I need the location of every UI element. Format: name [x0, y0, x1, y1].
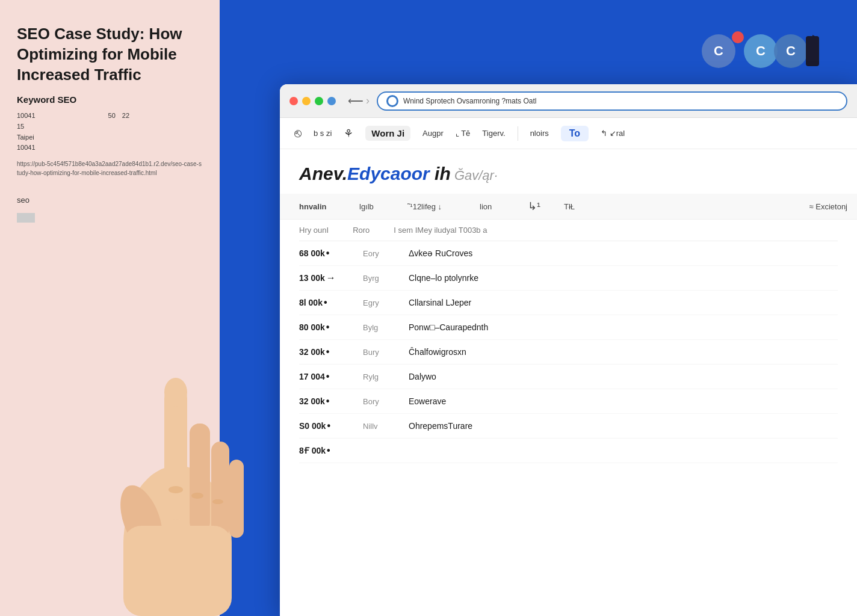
page-main-title: Anev.Edycaoor ih Ğav/ąr· — [299, 164, 838, 184]
subheader-col1: Hry ounΙ — [299, 226, 329, 235]
tag-label: seo — [17, 196, 203, 205]
svg-rect-18 — [806, 36, 819, 66]
right-panel: C C C — [220, 0, 857, 616]
svg-point-2 — [164, 378, 187, 407]
svg-rect-7 — [123, 526, 232, 616]
row-num: 17 004• — [299, 371, 353, 382]
toolbar-separator — [518, 126, 518, 141]
toolbar-item-aral[interactable]: ↰ ↙ral — [601, 129, 625, 138]
row-name: Bury — [363, 348, 399, 357]
svg-rect-3 — [190, 424, 210, 532]
browser-toolbar: ⎋ b s zi ⚘ Worn Ji Augpr ⌞ Tē Tigerv. nl… — [280, 118, 857, 149]
table-row: 13 00k→ Byrg Clqne–lo ptolynrke — [299, 266, 838, 291]
meta-line-1: 10041 50 22 — [17, 112, 143, 119]
meta-line-4: 10041 — [17, 144, 36, 151]
row-num: 8l 00k• — [299, 297, 353, 308]
title-part3: ih — [430, 164, 451, 183]
row-desc: Dalywo — [409, 372, 838, 381]
to-badge[interactable]: To — [561, 126, 589, 141]
table-header-row: hnvalin lgılb ˜¹12lifeg ↓ lion ↳¹ TłŁ ≈ … — [280, 194, 857, 220]
meta-line-2: 15 — [17, 123, 24, 130]
close-button[interactable] — [289, 97, 298, 105]
svg-text:C: C — [786, 43, 796, 58]
toolbar-item-bszi[interactable]: b s zi — [314, 129, 332, 138]
meta-text-1: 10041 50 22 15 Taipei 10041 — [17, 111, 203, 153]
svg-point-8 — [169, 486, 183, 493]
data-table: 68 00k• Eory Δvkeə RuCroves 13 00k→ Byrg… — [280, 241, 857, 463]
hand-illustration — [99, 315, 256, 616]
browser-window: ⟵ › Wnind Sprotech Ovsamroning ?mats Oat… — [280, 84, 857, 616]
keyword-label: Keyword SEO — [17, 94, 203, 105]
address-circle-icon — [386, 95, 398, 107]
toolbar-item-te[interactable]: ⌞ Tē — [456, 129, 471, 138]
row-desc: Δvkeə RuCroves — [409, 248, 838, 258]
table-header-col2: lgılb — [359, 202, 395, 211]
row-desc: Ĉhalfowigrosxn — [409, 347, 838, 357]
row-name: Bylg — [363, 323, 399, 332]
row-num: 32 00k• — [299, 346, 353, 357]
browser-chrome: ⟵ › Wnind Sprotech Ovsamroning ?mats Oat… — [280, 84, 857, 118]
subheader-col2: Roro — [353, 226, 370, 235]
browser-content: Anev.Edycaoor ih Ğav/ąr· hnvalin lgılb ˜… — [280, 149, 857, 478]
row-name: Rylg — [363, 372, 399, 381]
title-part4: Ğav/ąr· — [451, 168, 498, 183]
row-num: 8Ғ 00k• — [299, 445, 353, 456]
row-name: Egry — [363, 298, 399, 307]
row-name: Bory — [363, 397, 399, 406]
svg-point-10 — [212, 499, 223, 504]
toolbar-item-augpr[interactable]: Augpr — [422, 129, 444, 138]
row-desc: OhrepemsTurare — [409, 421, 838, 431]
row-num: 68 00k• — [299, 248, 353, 259]
svg-point-13 — [732, 31, 744, 43]
table-subheader: Hry ounΙ Roro I sem IMey iludyal T003b a — [299, 220, 838, 241]
svg-point-9 — [191, 493, 203, 499]
row-name: Nillv — [363, 422, 399, 431]
minimize-button[interactable] — [302, 97, 311, 105]
svg-text:C: C — [756, 43, 766, 58]
top-bar: C C C — [220, 0, 857, 96]
svg-rect-1 — [164, 387, 187, 520]
table-row: 8Ғ 00k• — [299, 439, 838, 463]
row-name: Eory — [363, 249, 399, 258]
subheader-col3: I sem IMey iludyal T003b a — [394, 226, 487, 235]
browser-logos: C C C — [701, 24, 821, 72]
table-row: 8l 00k• Egry Cllarsinal LJeper — [299, 291, 838, 315]
row-desc: Ponw□–Caurapednth — [409, 322, 838, 332]
table-row: 32 00k• Bory Eowerave — [299, 389, 838, 414]
toolbar-item-nloirs[interactable]: nloirs — [530, 129, 549, 138]
toolbar-item-tigern[interactable]: Tigerv. — [482, 129, 505, 138]
table-row: S0 00k• Nillv OhrepemsTurare — [299, 414, 838, 439]
maximize-button[interactable] — [315, 97, 323, 105]
row-desc: Cllarsinal LJeper — [409, 298, 838, 307]
meta-line-3: Taipei — [17, 134, 34, 141]
svg-rect-5 — [229, 460, 244, 538]
toolbar-item-icon1[interactable]: ⎋ — [294, 126, 302, 140]
title-part2: Edycaoor — [347, 164, 430, 183]
article-title: SEO Case Study: How Optimizing for Mobil… — [17, 24, 203, 85]
forward-icon[interactable]: › — [366, 94, 370, 108]
row-num: 32 00k• — [299, 396, 353, 407]
address-text[interactable]: Wnind Sprotech Ovsamroning ?mats Oatl — [403, 97, 838, 105]
table-row: 32 00k• Bury Ĉhalfowigrosxn — [299, 340, 838, 365]
tag-box — [17, 213, 35, 223]
table-row: 17 004• Rylg Dalywo — [299, 365, 838, 389]
table-header-col3[interactable]: ˜¹12lifeg ↓ — [407, 202, 468, 211]
extra-button[interactable] — [327, 97, 336, 105]
logo-icons: C C C — [701, 24, 821, 72]
traffic-lights — [289, 97, 336, 105]
table-header-col7[interactable]: ≈ Excietonj — [809, 202, 848, 211]
svg-text:C: C — [714, 43, 723, 58]
back-icon[interactable]: ⟵ — [348, 94, 364, 108]
row-name: Byrg — [363, 274, 399, 283]
left-panel: SEO Case Study: How Optimizing for Mobil… — [0, 0, 220, 616]
table-row: 80 00k• Bylg Ponw□–Caurapednth — [299, 315, 838, 340]
worn-ji-badge[interactable]: Worn Ji — [365, 126, 410, 141]
table-header-col6: TłŁ — [564, 202, 588, 211]
article-url: https://pub-5c454f571b8e40a3a2aad27ade84… — [17, 159, 203, 177]
table-row: 68 00k• Eory Δvkeə RuCroves — [299, 241, 838, 266]
nav-arrows: ⟵ › — [348, 94, 370, 108]
row-desc: Clqne–lo ptolynrke — [409, 273, 838, 283]
address-bar[interactable]: Wnind Sprotech Ovsamroning ?mats Oatl — [377, 91, 847, 111]
toolbar-item-icon2[interactable]: ⚘ — [344, 127, 353, 140]
row-num: 13 00k→ — [299, 273, 353, 283]
